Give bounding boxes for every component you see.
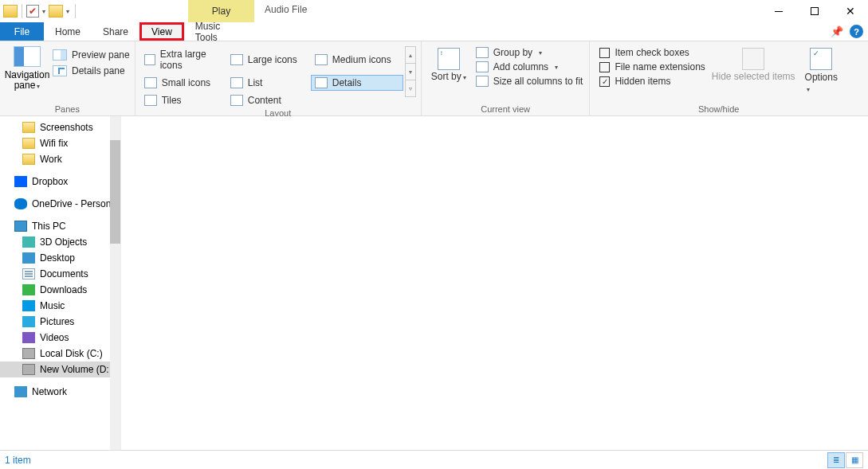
window-title: Audio File: [265, 4, 307, 15]
checkbox-icon: [599, 48, 610, 58]
tree-item-videos[interactable]: Videos: [0, 330, 120, 346]
desktop-icon: [22, 252, 35, 264]
wifi-icon: [22, 138, 35, 149]
tree-item-thispc[interactable]: This PC: [0, 218, 120, 234]
navigation-pane-button[interactable]: Navigation pane▾: [5, 45, 49, 104]
qat-separator: [75, 4, 76, 18]
screenshots-icon: [22, 122, 35, 133]
item-check-boxes-toggle[interactable]: Item check boxes: [598, 46, 706, 59]
tree-item-label: Network: [32, 386, 67, 397]
layout-details[interactable]: Details: [311, 75, 403, 91]
add-columns-icon: [476, 61, 489, 72]
tree-item-work[interactable]: Work: [0, 151, 120, 167]
group-by-icon: [476, 47, 489, 58]
tree-item-label: Work: [40, 154, 62, 165]
layout-content[interactable]: Content: [226, 92, 309, 108]
tree-item-label: New Volume (D:: [40, 364, 109, 375]
small-icons-icon: [144, 77, 157, 88]
layout-extra-large[interactable]: Extra large icons: [140, 46, 225, 73]
file-list-area[interactable]: [121, 116, 868, 450]
group-by-button[interactable]: Group by▾: [474, 46, 585, 59]
sidebar-scroll-thumb[interactable]: [110, 140, 120, 244]
videos-icon: [22, 332, 35, 343]
group-label: Show/hide: [595, 104, 842, 115]
layout-list[interactable]: List: [226, 75, 309, 91]
maximize-button[interactable]: [796, 0, 832, 22]
layout-small[interactable]: Small icons: [140, 75, 225, 91]
ribbon-tabs: File Home Share View Music Tools 📌 ?: [0, 22, 868, 41]
tree-item-label: Desktop: [40, 252, 75, 264]
add-columns-button[interactable]: Add columns▾: [474, 61, 585, 73]
hidden-items-toggle[interactable]: Hidden items: [598, 75, 706, 88]
tree-item-documents[interactable]: Documents: [0, 266, 120, 282]
preview-pane-button[interactable]: Preview pane: [53, 49, 130, 61]
minimize-button[interactable]: [760, 0, 796, 22]
tab-share[interactable]: Share: [92, 22, 139, 41]
help-icon[interactable]: ?: [850, 25, 863, 38]
tab-file[interactable]: File: [0, 22, 44, 41]
tree-item-onedrive[interactable]: OneDrive - Person: [0, 196, 120, 212]
tree-item-label: Dropbox: [32, 176, 68, 187]
size-columns-button[interactable]: Size all columns to fit: [474, 75, 585, 88]
layout-large[interactable]: Large icons: [226, 46, 309, 73]
folder-icon[interactable]: [3, 5, 18, 18]
tree-item-label: OneDrive - Person: [32, 198, 111, 209]
tree-item-dropbox[interactable]: Dropbox: [0, 174, 120, 190]
pictures-icon: [22, 316, 35, 327]
medium-icons-icon: [315, 54, 328, 65]
hide-selected-button: Hide selected items: [707, 45, 800, 104]
thispc-icon: [14, 221, 27, 232]
navigation-pane-icon: [14, 46, 41, 67]
tab-home[interactable]: Home: [44, 22, 92, 41]
tree-item-ddrive[interactable]: New Volume (D:: [0, 362, 120, 377]
options-icon: ✓: [810, 48, 832, 70]
ddrive-icon: [22, 364, 35, 375]
tree-item-music[interactable]: Music: [0, 298, 120, 314]
onedrive-icon: [14, 198, 27, 209]
group-layout: Extra large icons Large icons Medium ico…: [136, 41, 422, 115]
sort-icon: ↕: [438, 48, 460, 70]
tree-item-pictures[interactable]: Pictures: [0, 314, 120, 330]
network-icon: [14, 386, 27, 397]
tree-item-wifi[interactable]: Wifi fix: [0, 135, 120, 151]
contextual-tab-play[interactable]: Play: [188, 0, 254, 22]
checkbox-icon: [599, 62, 610, 72]
tree-item-cdrive[interactable]: Local Disk (C:): [0, 346, 120, 362]
tree-item-screenshots[interactable]: Screenshots: [0, 119, 120, 135]
ribbon-view: Navigation pane▾ Preview pane Details pa…: [0, 41, 868, 116]
tree-item-label: Pictures: [40, 316, 74, 327]
pin-icon[interactable]: 📌: [831, 25, 843, 37]
layout-scroll[interactable]: ▴▾▿: [405, 46, 416, 97]
tree-item-3d[interactable]: 3D Objects: [0, 234, 120, 250]
tree-item-downloads[interactable]: Downloads: [0, 282, 120, 298]
properties-icon[interactable]: ✔: [26, 5, 39, 18]
tab-music-tools[interactable]: Music Tools: [184, 22, 250, 41]
file-name-ext-toggle[interactable]: File name extensions: [598, 61, 706, 73]
quick-access-toolbar: ✔ ▾ ▾: [0, 4, 78, 18]
sort-by-button[interactable]: ↕ Sort by▾: [426, 45, 471, 104]
navigation-tree: ScreenshotsWifi fixWorkDropboxOneDrive -…: [0, 116, 121, 450]
qat-dropdown-icon[interactable]: ▾: [41, 8, 47, 15]
layout-tiles[interactable]: Tiles: [140, 92, 225, 108]
close-button[interactable]: ✕: [832, 0, 868, 22]
options-button[interactable]: ✓ Options▾: [800, 45, 842, 104]
list-icon: [230, 77, 243, 88]
preview-pane-icon: [53, 49, 67, 61]
status-item-count: 1 item: [5, 455, 31, 466]
details-pane-button[interactable]: Details pane: [53, 65, 130, 76]
tree-item-desktop[interactable]: Desktop: [0, 250, 120, 266]
caret-icon[interactable]: ▾: [65, 8, 71, 15]
view-large-toggle[interactable]: ▦: [846, 452, 863, 468]
open-folder-icon[interactable]: [49, 5, 63, 18]
tab-view[interactable]: View: [139, 22, 184, 41]
group-panes: Navigation pane▾ Preview pane Details pa…: [0, 41, 136, 115]
checkbox-checked-icon: [599, 76, 610, 87]
view-details-toggle[interactable]: ≣: [827, 452, 845, 468]
large-view-icon: ▦: [851, 455, 858, 464]
size-columns-icon: [476, 76, 489, 87]
tree-item-network[interactable]: Network: [0, 384, 120, 400]
details-pane-icon: [53, 65, 67, 76]
layout-medium[interactable]: Medium icons: [311, 46, 403, 73]
dropbox-icon: [14, 176, 27, 187]
group-show-hide: Item check boxes File name extensions Hi…: [590, 41, 846, 115]
